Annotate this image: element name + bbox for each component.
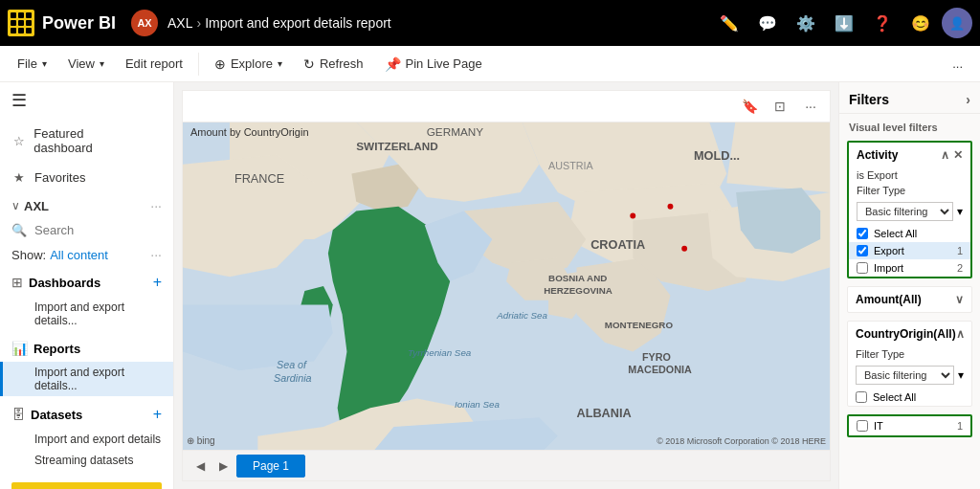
show-more-icon[interactable]: ···: [150, 247, 162, 262]
view-menu[interactable]: View ▾: [58, 53, 114, 75]
filters-panel: Filters › Visual level filters Activity …: [838, 82, 980, 489]
add-dataset-icon[interactable]: +: [153, 406, 162, 423]
report-sub-item-active[interactable]: Import and export details...: [0, 362, 173, 396]
select-all-checkbox[interactable]: [857, 228, 868, 239]
download-icon[interactable]: ⬇️: [827, 6, 861, 40]
bing-label: ⊕ bing: [187, 435, 215, 446]
svg-text:MOLD...: MOLD...: [694, 148, 740, 163]
activity-actions: ∧ ✕: [941, 148, 963, 162]
country-select-all-label: Select All: [873, 391, 916, 403]
amount-filter-header[interactable]: Amount(All) ∨: [848, 287, 971, 312]
next-page-btn[interactable]: ▶: [213, 456, 233, 476]
activity-filter-type-row: Basic filtering ▾: [849, 198, 970, 225]
export-count: 1: [957, 245, 963, 256]
app-logo[interactable]: Power BI: [8, 10, 116, 36]
sidebar-search[interactable]: 🔍: [0, 219, 173, 241]
filters-title: Filters: [849, 92, 889, 107]
dataset-sub-item-1[interactable]: Import and export details: [0, 429, 173, 450]
pin-live-button[interactable]: 📌 Pin Live Page: [375, 53, 492, 76]
country-filter-group: CountryOrigin(All) ∧ Filter Type Basic f…: [847, 321, 972, 407]
report-content: 🔖 ⊡ ··· Amount by CountryOrigin: [174, 82, 838, 489]
user-avatar[interactable]: 👤: [942, 8, 972, 38]
reports-section-row: 📊 Reports: [0, 335, 173, 362]
svg-text:FYRO: FYRO: [642, 351, 671, 363]
country-select-all-row: Select All: [848, 389, 971, 406]
file-menu[interactable]: File ▾: [8, 53, 56, 75]
country-select-all-checkbox[interactable]: [856, 391, 867, 403]
activity-dropdown-icon: ▾: [957, 205, 963, 218]
dataset-sub-item-2[interactable]: Streaming datasets: [0, 450, 173, 471]
country-dropdown-icon: ▾: [958, 368, 964, 382]
select-all-label: Select All: [874, 228, 917, 239]
svg-text:Adriatic Sea: Adriatic Sea: [496, 310, 547, 321]
topbar: Power BI AX AXL › Import and export deta…: [0, 0, 980, 46]
sidebar-bottom: ⬀ Get Data: [0, 471, 173, 489]
sidebar-axl-row: ∨ AXL ···: [0, 192, 173, 219]
filters-expand-btn[interactable]: ›: [966, 92, 970, 107]
it-checkbox-row: IT 1: [849, 416, 970, 435]
country-label: CountryOrigin(All): [856, 327, 956, 341]
emoji-icon[interactable]: 😊: [903, 6, 938, 40]
page-1-tab[interactable]: Page 1: [236, 455, 305, 478]
activity-collapse-icon[interactable]: ∧: [941, 148, 949, 162]
map-container: Amount by CountryOrigin: [183, 122, 830, 450]
svg-text:Ionian Sea: Ionian Sea: [455, 399, 500, 410]
country-filter-header[interactable]: CountryOrigin(All) ∧: [848, 322, 971, 346]
show-row: Show: All content ···: [0, 241, 173, 268]
edit-icon[interactable]: ✏️: [712, 6, 746, 40]
show-all-link[interactable]: All content: [50, 248, 108, 262]
axl-collapse-icon[interactable]: ∨: [11, 199, 20, 212]
import-checkbox[interactable]: [857, 262, 868, 274]
amount-label: Amount(All): [856, 293, 922, 306]
dashboards-label[interactable]: Dashboards: [29, 276, 100, 290]
svg-point-18: [630, 213, 635, 219]
sidebar-item-featured[interactable]: ☆ Featured dashboard ···: [0, 119, 173, 163]
activity-filter-header[interactable]: Activity ∧ ✕: [849, 143, 970, 167]
it-count: 1: [957, 420, 963, 432]
breadcrumb-workspace[interactable]: AXL: [167, 15, 192, 31]
it-checkbox[interactable]: [857, 420, 868, 432]
edit-report-button[interactable]: Edit report: [116, 53, 192, 75]
prev-page-btn[interactable]: ◀: [190, 456, 210, 476]
dashboards-section-row: ⊞ Dashboards +: [0, 268, 173, 297]
add-dashboard-icon[interactable]: +: [153, 274, 162, 291]
toolbar: File ▾ View ▾ Edit report ⊕ Explore ▾ ↻ …: [0, 46, 980, 82]
axl-more-icon[interactable]: ···: [150, 198, 162, 213]
dashboard-sub-item[interactable]: Import and export details...: [0, 297, 173, 331]
sidebar-axl-label[interactable]: AXL: [24, 199, 49, 213]
bookmark-icon[interactable]: 🔖: [738, 95, 761, 118]
focus-icon[interactable]: ⊡: [768, 95, 791, 118]
sidebar-toggle[interactable]: ☰: [0, 82, 173, 119]
svg-text:ALBANIA: ALBANIA: [576, 406, 631, 420]
datasets-section-row: 🗄 Datasets +: [0, 400, 173, 429]
settings-icon[interactable]: ⚙️: [789, 6, 823, 40]
search-input[interactable]: [34, 223, 162, 237]
more-visual-icon[interactable]: ···: [799, 95, 822, 118]
breadcrumb-report: Import and export details report: [205, 15, 391, 31]
pin-icon: 📌: [385, 56, 401, 72]
datasets-label[interactable]: Datasets: [31, 408, 82, 422]
amount-expand-icon[interactable]: ∨: [955, 293, 964, 306]
svg-text:SWITZERLAND: SWITZERLAND: [356, 140, 438, 152]
explore-menu[interactable]: ⊕ Explore ▾: [205, 53, 292, 76]
export-checkbox[interactable]: [857, 245, 868, 256]
get-data-button[interactable]: ⬀ Get Data: [11, 482, 162, 489]
country-filter-type-select[interactable]: Basic filtering: [856, 366, 954, 385]
copyright-label: © 2018 Microsoft Corporation © 2018 HERE: [657, 436, 826, 446]
refresh-button[interactable]: ↻ Refresh: [294, 53, 373, 76]
svg-text:Sea of: Sea of: [277, 359, 307, 370]
is-export-label: is Export: [849, 167, 970, 183]
svg-text:MONTENEGRO: MONTENEGRO: [605, 320, 674, 330]
activity-filter-type-select[interactable]: Basic filtering: [857, 202, 953, 221]
activity-close-icon[interactable]: ✕: [953, 148, 963, 162]
more-options-button[interactable]: ...: [943, 53, 972, 75]
help-icon[interactable]: ❓: [865, 6, 900, 40]
waffle-icon: [8, 10, 34, 36]
country-collapse-icon[interactable]: ∧: [956, 327, 965, 341]
reports-label[interactable]: Reports: [33, 342, 80, 356]
it-label: IT: [874, 420, 883, 432]
import-count: 2: [957, 262, 963, 274]
sidebar-item-favorites[interactable]: ★ Favorites: [0, 163, 173, 192]
comment-icon[interactable]: 💬: [750, 6, 785, 40]
svg-point-20: [681, 246, 687, 252]
